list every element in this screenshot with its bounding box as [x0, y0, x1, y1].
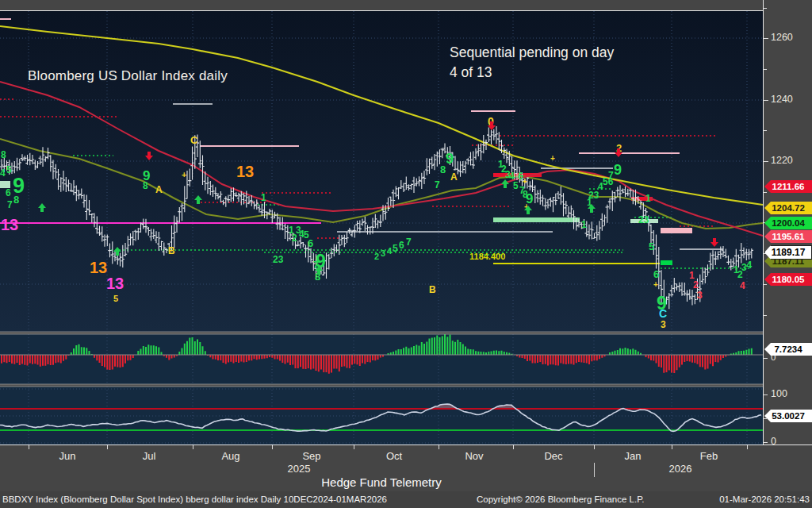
month-boundary-tick	[513, 445, 514, 449]
sequential-note: Sequential pending on day 4 of 13	[450, 43, 614, 83]
axis-tick	[764, 358, 768, 359]
chart-panels[interactable]: 84596781398A13135BC+13123123456798B23456…	[0, 0, 763, 444]
time-axis[interactable]: JunJulAugSepOctNovDecJanFeb20252026	[0, 444, 812, 477]
seq-count-label: 5	[6, 164, 12, 175]
axis-minor-tick	[764, 69, 767, 70]
rsi-tick-label: 100	[771, 388, 787, 399]
seq-count-label: 5	[113, 294, 118, 303]
seq-count-label: 3	[697, 290, 703, 301]
month-boundary-tick	[107, 445, 108, 449]
indicator-value-flag: 53.0027	[764, 410, 812, 422]
price-axis[interactable]: 126012401220010001187.111211.661204.7212…	[763, 0, 812, 444]
month-label-jul: Jul	[143, 450, 156, 462]
plot-top-border	[0, 10, 763, 11]
month-label-sep: Sep	[302, 450, 320, 462]
seq-count-label: 5	[649, 241, 654, 252]
month-boundary-tick	[439, 445, 439, 449]
seq-count-label: B	[168, 245, 175, 256]
seq-count-label: C	[659, 307, 667, 320]
seq-count-label: 7	[435, 179, 440, 190]
axis-minor-tick	[764, 315, 767, 316]
seq-count-label: 2	[693, 279, 699, 291]
price-level-flag: 1204.72	[764, 202, 812, 214]
axis-minor-tick	[764, 130, 767, 131]
seq-count-label: +	[523, 177, 527, 186]
seq-count-label: 23	[638, 214, 649, 225]
panel-separator[interactable]	[0, 332, 763, 334]
price-level-flag: 1180.05	[764, 273, 812, 286]
axis-tick	[764, 161, 768, 162]
price-level-flag: 1211.66	[764, 180, 812, 193]
seq-count-label: A	[450, 171, 458, 183]
seq-count-label: 6	[6, 187, 11, 198]
seq-count-label: +	[550, 154, 555, 163]
axis-tick	[764, 100, 768, 101]
month-boundary-tick	[672, 445, 672, 449]
year-label-2026: 2026	[669, 463, 692, 475]
axis-tick-label: 1260	[771, 32, 793, 43]
seq-count-label: 1184.400	[469, 252, 505, 261]
chart-title: Bloomberg US Dollar Index daily	[28, 68, 228, 84]
seq-count-label: 4	[0, 167, 6, 179]
seq-count-label: +	[653, 280, 658, 289]
seq-count-label: 9	[446, 151, 454, 167]
seq-count-label: 4	[740, 280, 745, 291]
seq-count-label: 3	[661, 319, 666, 330]
indicator-value-flag: 7.7234	[764, 343, 812, 356]
seq-count-label: 8	[143, 180, 148, 191]
price-level-flag: 1200.04	[764, 217, 812, 229]
axis-minor-tick	[764, 284, 767, 285]
seq-count-label: 7	[608, 170, 614, 181]
panel-separator[interactable]	[0, 384, 763, 387]
axis-tick-label: 1240	[771, 94, 793, 105]
seq-count-label: 1	[261, 192, 266, 203]
timestamp: 01-Mar-2026 20:51:43	[719, 495, 810, 504]
seq-count-label: 5	[393, 243, 398, 254]
month-label-aug: Aug	[221, 450, 239, 462]
axis-tick-label: 1220	[771, 155, 793, 166]
seq-count-label: 6	[308, 237, 313, 249]
watermark: Hedge Fund Telemetry	[0, 475, 763, 491]
month-boundary-tick	[747, 445, 748, 449]
seq-count-label: 1	[581, 219, 587, 230]
seq-count-label: 1	[645, 193, 651, 204]
sequential-note-line2: 4 of 13	[450, 63, 614, 83]
month-label-dec: Dec	[544, 450, 562, 462]
axis-tick	[764, 394, 768, 395]
year-label-2025: 2025	[288, 463, 311, 475]
axis-tick	[764, 38, 768, 39]
seq-count-label: 8	[1, 149, 6, 160]
seq-count-label: 8	[13, 194, 19, 206]
seq-count-label: 6	[653, 268, 659, 280]
month-boundary-tick	[594, 445, 595, 449]
seq-count-label: 3	[381, 248, 385, 258]
sequential-note-line1: Sequential pending on day	[450, 43, 614, 63]
month-boundary-tick	[29, 445, 29, 449]
seq-count-label: B	[429, 284, 436, 295]
seq-count-label: 13	[1, 216, 18, 233]
seq-count-label: 2	[374, 252, 379, 261]
axis-minor-tick	[764, 418, 767, 419]
seq-count-label: 6	[399, 240, 404, 251]
seq-count-label: 13	[106, 275, 124, 292]
month-label-jun: Jun	[59, 450, 76, 462]
seq-count-label: 4	[746, 259, 753, 271]
seq-count-label: 7	[406, 237, 412, 248]
seq-count-label: 13	[90, 259, 107, 276]
seq-count-label: C	[190, 134, 198, 146]
month-boundary-tick	[193, 445, 193, 449]
month-label-feb: Feb	[700, 450, 718, 462]
seq-count-label: 4	[387, 246, 393, 256]
month-boundary-tick	[354, 445, 354, 449]
price-level-flag: 1195.61	[764, 230, 812, 243]
status-bar: BBDXY Index (Bloomberg Dollar Spot Index…	[0, 491, 812, 508]
month-label-nov: Nov	[465, 450, 483, 462]
seq-count-label: 9	[614, 162, 622, 178]
last-price-flag: 1189.17	[764, 245, 812, 260]
copyright-text: Copyright© 2026 Bloomberg Finance L.P.	[477, 495, 645, 504]
seq-count-label: A	[155, 184, 163, 195]
seq-count-label: 13	[236, 163, 254, 180]
axis-tick	[764, 442, 768, 443]
top-margin-strip	[0, 0, 812, 10]
seq-count-label: 5	[513, 180, 519, 191]
